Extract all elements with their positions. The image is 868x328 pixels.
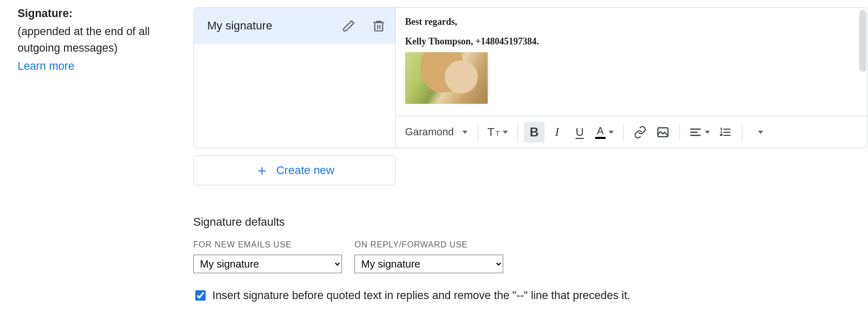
signature-list: My signature — [193, 7, 396, 148]
create-new-label: Create new — [276, 164, 335, 177]
underline-button[interactable]: U — [569, 122, 590, 143]
signature-list-item[interactable]: My signature — [194, 8, 395, 44]
insert-before-quoted-checkbox[interactable] — [195, 290, 206, 301]
pencil-icon[interactable] — [342, 19, 356, 33]
bold-button[interactable]: B — [524, 122, 545, 143]
italic-button[interactable]: I — [547, 122, 567, 143]
caret-down-icon — [503, 131, 508, 134]
numbered-list-icon — [719, 126, 732, 138]
insert-image-button[interactable] — [653, 122, 673, 143]
link-icon — [633, 126, 647, 139]
new-emails-signature-select[interactable]: My signature — [193, 255, 342, 273]
font-name: Garamond — [405, 126, 454, 138]
signature-section-label-block: Signature: (appended at the end of all o… — [18, 7, 193, 302]
text-color-icon: A — [595, 126, 606, 139]
insert-before-quoted-label: Insert signature before quoted text in r… — [212, 289, 630, 302]
reply-forward-signature-select[interactable]: My signature — [354, 255, 503, 273]
plus-icon: ＋ — [255, 163, 269, 178]
image-icon — [656, 126, 670, 139]
learn-more-link[interactable]: Learn more — [18, 60, 74, 72]
italic-icon: I — [555, 125, 559, 139]
insert-link-button[interactable] — [630, 122, 650, 143]
editor-toolbar: Garamond TT B I U A — [396, 116, 867, 148]
signature-greeting: Best regards, — [405, 15, 858, 29]
section-title: Signature: — [18, 7, 185, 20]
text-size-button[interactable]: TT — [485, 122, 511, 143]
signature-name-line: Kelly Thompson, +148045197384. — [405, 35, 858, 49]
toolbar-separator — [623, 123, 624, 141]
create-new-signature-button[interactable]: ＋ Create new — [193, 155, 396, 185]
trash-icon[interactable] — [371, 19, 386, 33]
toolbar-separator — [517, 123, 518, 141]
section-description: (appended at the end of all outgoing mes… — [18, 23, 185, 57]
align-icon — [689, 126, 702, 138]
editor-scrollbar[interactable] — [859, 10, 866, 72]
underline-icon: U — [576, 126, 584, 139]
reply-forward-label: ON REPLY/FORWARD USE — [354, 240, 503, 249]
bold-icon: B — [530, 125, 538, 139]
svg-rect-0 — [375, 22, 382, 30]
signature-editor-content[interactable]: Best regards, Kelly Thompson, +148045197… — [396, 8, 867, 116]
signature-photo — [405, 52, 488, 104]
signature-editor: Best regards, Kelly Thompson, +148045197… — [396, 7, 868, 148]
caret-down-icon — [758, 131, 763, 134]
new-emails-label: FOR NEW EMAILS USE — [193, 240, 342, 249]
text-color-button[interactable]: A — [592, 122, 617, 143]
caret-down-icon — [609, 131, 614, 134]
toolbar-separator — [679, 123, 680, 141]
toolbar-separator — [742, 123, 742, 141]
signature-name: My signature — [207, 19, 342, 33]
font-picker[interactable]: Garamond — [403, 126, 472, 138]
text-size-icon: TT — [488, 126, 500, 139]
align-button[interactable] — [686, 122, 713, 143]
toolbar-separator — [478, 123, 478, 141]
caret-down-icon — [705, 131, 710, 134]
more-formatting-button[interactable] — [749, 122, 769, 143]
numbered-list-button[interactable] — [715, 122, 736, 143]
signature-defaults-heading: Signature defaults — [193, 215, 868, 229]
caret-down-icon — [462, 131, 468, 134]
